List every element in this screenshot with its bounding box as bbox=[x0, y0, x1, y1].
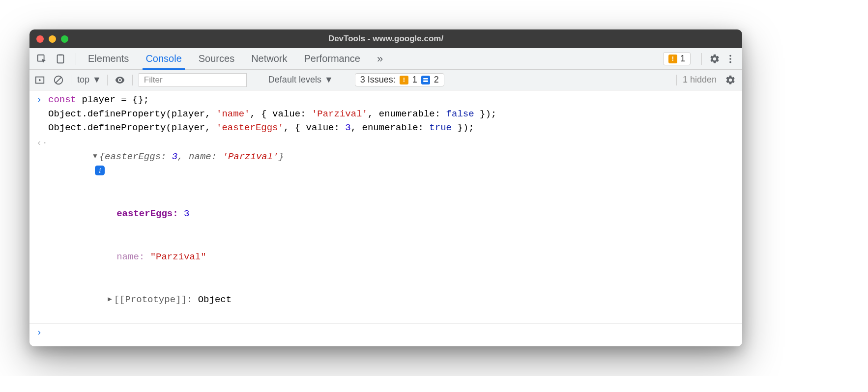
warning-count: 1 bbox=[680, 54, 685, 64]
console-sidebar-toggle-icon[interactable] bbox=[33, 74, 46, 86]
chevron-down-icon: ▼ bbox=[324, 75, 333, 85]
divider bbox=[132, 75, 133, 85]
object-property-row: name: "Parzival" bbox=[29, 235, 742, 279]
warning-icon bbox=[668, 55, 677, 63]
issues-summary[interactable]: 3 Issues: 1 2 bbox=[355, 73, 444, 86]
svg-rect-1 bbox=[58, 55, 64, 63]
execution-context-selector[interactable]: top ▼ bbox=[77, 75, 101, 85]
zoom-window-button[interactable] bbox=[61, 35, 68, 43]
svg-point-3 bbox=[729, 55, 731, 56]
issues-badge[interactable]: 1 bbox=[663, 52, 691, 65]
console-settings-icon[interactable] bbox=[723, 72, 738, 88]
log-levels-selector[interactable]: Default levels ▼ bbox=[268, 75, 333, 85]
svg-marker-7 bbox=[39, 79, 41, 82]
info-badge-icon[interactable]: i bbox=[95, 166, 105, 175]
svg-line-9 bbox=[56, 77, 61, 83]
minimize-window-button[interactable] bbox=[49, 35, 56, 43]
tab-console[interactable]: Console bbox=[145, 48, 181, 69]
input-prompt-icon: › bbox=[36, 326, 48, 340]
hidden-messages-label[interactable]: 1 hidden bbox=[683, 75, 717, 85]
tab-sources[interactable]: Sources bbox=[199, 48, 234, 69]
warning-icon bbox=[400, 76, 408, 84]
issues-info-count: 2 bbox=[434, 75, 439, 85]
svg-point-4 bbox=[729, 58, 731, 60]
divider bbox=[76, 53, 76, 65]
object-property-row: easterEggs: 3 bbox=[29, 193, 742, 236]
settings-icon[interactable] bbox=[707, 51, 723, 67]
console-input-row: › const player = {}; Object.defineProper… bbox=[29, 92, 742, 136]
clear-console-icon[interactable] bbox=[52, 74, 65, 86]
object-prototype-row: ▶[[Prototype]]: Object bbox=[29, 279, 742, 322]
chevron-down-icon: ▼ bbox=[92, 75, 101, 85]
console-output-row: ‹· ▼{easterEggs: 3, name: 'Parzival'} i bbox=[29, 136, 742, 193]
console-body: › const player = {}; Object.defineProper… bbox=[29, 90, 742, 346]
issues-warn-count: 1 bbox=[412, 75, 417, 85]
divider bbox=[71, 75, 71, 85]
live-expression-icon[interactable] bbox=[114, 74, 126, 86]
console-toolbar: top ▼ Default levels ▼ 3 Issues: 1 2 1 h… bbox=[29, 70, 742, 90]
expand-toggle-icon[interactable]: ▶ bbox=[108, 294, 112, 305]
inspect-element-icon[interactable] bbox=[33, 51, 50, 67]
object-preview[interactable]: ▼{easterEggs: 3, name: 'Parzival'} i bbox=[48, 136, 735, 192]
scope-label: top bbox=[77, 75, 89, 85]
divider bbox=[701, 53, 702, 65]
console-input-code[interactable]: const player = {}; Object.defineProperty… bbox=[48, 93, 735, 135]
kebab-menu-icon[interactable] bbox=[723, 51, 738, 67]
titlebar: DevTools - www.google.com/ bbox=[29, 29, 742, 48]
tab-elements[interactable]: Elements bbox=[88, 48, 129, 69]
info-icon bbox=[421, 76, 430, 84]
tabs: Elements Console Sources Network Perform… bbox=[88, 48, 383, 69]
prototype-line[interactable]: ▶[[Prototype]]: Object bbox=[48, 279, 735, 321]
console-empty-prompt[interactable]: › bbox=[29, 323, 742, 340]
prop-easterEggs[interactable]: easterEggs: 3 bbox=[48, 193, 735, 235]
input-prompt-icon: › bbox=[36, 93, 48, 107]
divider bbox=[107, 75, 108, 85]
window-controls bbox=[36, 35, 68, 43]
tab-network[interactable]: Network bbox=[251, 48, 287, 69]
tab-performance[interactable]: Performance bbox=[304, 48, 361, 69]
output-marker-icon: ‹· bbox=[36, 136, 48, 150]
svg-point-5 bbox=[729, 61, 731, 63]
divider bbox=[676, 75, 677, 85]
tabstrip: Elements Console Sources Network Perform… bbox=[29, 48, 742, 70]
issues-label: 3 Issues: bbox=[360, 75, 396, 85]
close-window-button[interactable] bbox=[36, 35, 44, 43]
filter-input[interactable] bbox=[139, 73, 247, 87]
expand-toggle-icon[interactable]: ▼ bbox=[93, 151, 97, 162]
more-tabs-icon[interactable]: » bbox=[377, 53, 383, 65]
window-title: DevTools - www.google.com/ bbox=[29, 34, 742, 44]
devtools-window: DevTools - www.google.com/ Elements Cons… bbox=[29, 29, 742, 346]
prop-name[interactable]: name: "Parzival" bbox=[48, 236, 735, 278]
levels-label: Default levels bbox=[268, 75, 321, 85]
device-toggle-icon[interactable] bbox=[52, 51, 69, 67]
